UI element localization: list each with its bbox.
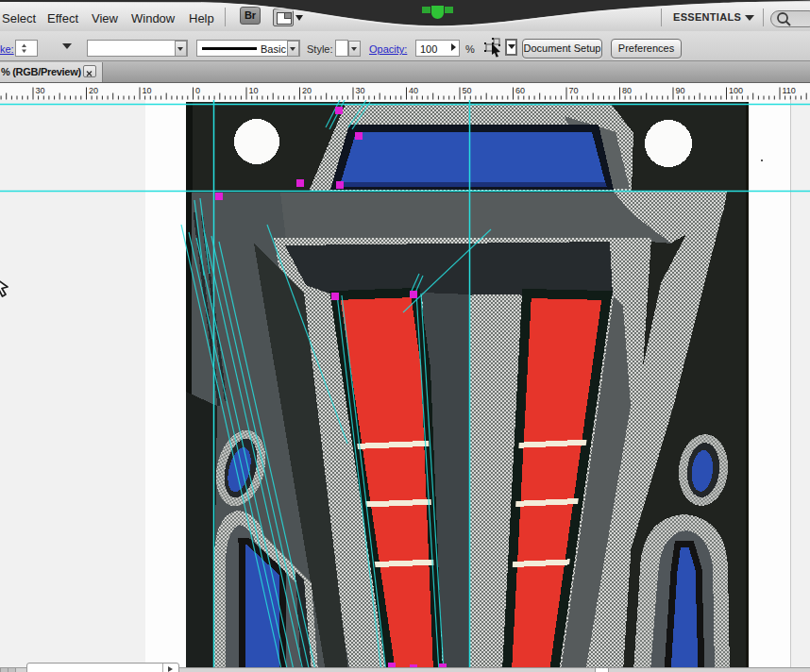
svg-text:70: 70 — [569, 86, 579, 95]
svg-text:90: 90 — [676, 86, 685, 95]
svg-text:40: 40 — [409, 86, 418, 95]
svg-text:10: 10 — [249, 86, 259, 95]
svg-text:30: 30 — [36, 86, 45, 95]
svg-text:20: 20 — [89, 86, 98, 95]
svg-text:0: 0 — [195, 86, 200, 95]
svg-text:110: 110 — [783, 86, 796, 95]
svg-text:10: 10 — [143, 86, 152, 95]
svg-text:80: 80 — [622, 86, 632, 95]
svg-text:30: 30 — [356, 86, 365, 95]
svg-text:50: 50 — [463, 86, 472, 95]
svg-text:100: 100 — [729, 86, 743, 95]
svg-text:60: 60 — [515, 86, 525, 95]
svg-text:20: 20 — [302, 86, 312, 95]
